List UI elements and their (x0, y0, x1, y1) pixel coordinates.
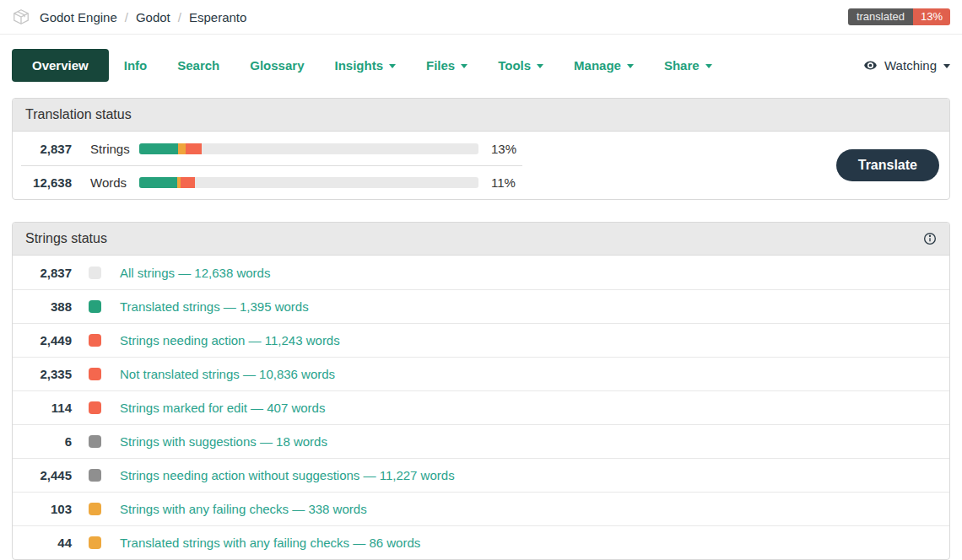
badge-value: 13% (913, 8, 950, 25)
nav-tab-files[interactable]: Files (411, 49, 483, 82)
string-count: 103 (21, 502, 72, 516)
strings-status-row: 2,837 All strings — 12,638 words (13, 256, 949, 289)
progress-segment (181, 177, 195, 188)
watching-dropdown[interactable]: Watching (863, 58, 950, 73)
string-count: 388 (21, 299, 72, 314)
strings-status-row: 44 Translated strings with any failing c… (13, 525, 949, 559)
chevron-down-icon (943, 64, 950, 68)
translation-status-row: 12,638 Words 11% (21, 165, 522, 199)
status-color-square (89, 469, 101, 482)
status-color-square (89, 503, 101, 515)
nav-tab-label: Overview (32, 58, 89, 73)
strings-filter-link[interactable]: Strings needing action — 11,243 words (120, 333, 340, 347)
nav-tab-overview[interactable]: Overview (12, 49, 109, 82)
strings-status-row: 2,449 Strings needing action — 11,243 wo… (13, 323, 949, 357)
status-color-square (89, 334, 101, 347)
status-color-square (89, 536, 101, 549)
strings-status-panel: Strings status 2,837 All strings — 12,63… (12, 222, 950, 560)
panel-title: Translation status (25, 107, 132, 122)
chevron-down-icon (705, 64, 712, 68)
translated-percent-badge: translated 13% (848, 8, 950, 25)
chevron-down-icon (537, 64, 543, 68)
strings-filter-link[interactable]: Not translated strings — 10,836 words (120, 367, 335, 381)
strings-status-rows: 2,837 All strings — 12,638 words 388 Tra… (13, 256, 949, 559)
nav-tab-label: Info (124, 58, 148, 73)
breadcrumb-bar: Godot Engine/Godot/Esperanto translated … (0, 0, 962, 35)
translation-status-body: 2,837 Strings 13% 12,638 Words 11% Trans… (13, 132, 949, 199)
watching-label: Watching (884, 58, 937, 73)
panel-title: Strings status (25, 231, 107, 246)
nav-tab-glossary[interactable]: Glossary (235, 49, 319, 82)
string-count: 2,335 (21, 367, 72, 381)
breadcrumb-separator: / (178, 10, 181, 24)
strings-status-header: Strings status (13, 223, 949, 256)
breadcrumb-separator: / (125, 10, 128, 24)
nav-tab-info[interactable]: Info (109, 49, 163, 82)
status-color-square (89, 435, 101, 448)
progress-segment (178, 143, 186, 154)
string-count: 6 (21, 434, 72, 449)
breadcrumb-link[interactable]: Godot (136, 10, 170, 24)
strings-status-row: 103 Strings with any failing checks — 33… (13, 492, 949, 525)
nav-tab-tools[interactable]: Tools (483, 49, 559, 82)
nav-tab-label: Glossary (250, 58, 304, 73)
status-color-square (89, 267, 101, 279)
chevron-down-icon (461, 64, 467, 68)
strings-filter-link[interactable]: All strings — 12,638 words (120, 266, 270, 280)
breadcrumb-link[interactable]: Esperanto (189, 10, 246, 24)
status-color-square (89, 368, 101, 380)
nav-tab-manage[interactable]: Manage (559, 49, 649, 82)
translation-status-rows: 2,837 Strings 13% 12,638 Words 11% (21, 132, 522, 199)
string-count: 2,837 (21, 266, 72, 280)
string-count: 12,638 (21, 175, 72, 190)
nav-tab-label: Files (426, 58, 455, 73)
nav-tab-label: Share (664, 58, 700, 73)
chevron-down-icon (389, 64, 396, 68)
nav-tab-label: Insights (334, 58, 383, 73)
percent-value: 11% (491, 175, 516, 190)
strings-status-row: 114 Strings marked for edit — 407 words (13, 390, 949, 424)
strings-status-row: 388 Translated strings — 1,395 words (13, 289, 949, 323)
info-icon[interactable] (923, 232, 937, 245)
progress-segment (139, 177, 177, 188)
breadcrumb: Godot Engine/Godot/Esperanto (40, 10, 246, 24)
nav-tab-insights[interactable]: Insights (319, 49, 411, 82)
string-count: 114 (21, 401, 72, 415)
progress-segment (139, 143, 178, 154)
nav-tab-share[interactable]: Share (649, 49, 727, 82)
translation-status-row: 2,837 Strings 13% (21, 132, 522, 165)
strings-filter-link[interactable]: Translated strings with any failing chec… (120, 536, 420, 550)
strings-filter-link[interactable]: Translated strings — 1,395 words (120, 299, 309, 314)
translation-status-header: Translation status (13, 99, 949, 132)
progress-bar[interactable] (139, 177, 478, 188)
translate-button[interactable]: Translate (836, 149, 939, 181)
strings-filter-link[interactable]: Strings with suggestions — 18 words (120, 434, 327, 449)
translation-status-panel: Translation status 2,837 Strings 13% 12,… (12, 98, 950, 200)
progress-bar[interactable] (139, 143, 478, 154)
strings-filter-link[interactable]: Strings with any failing checks — 338 wo… (120, 502, 367, 516)
progress-segment (186, 143, 201, 154)
string-count: 2,449 (21, 333, 72, 347)
strings-status-row: 6 Strings with suggestions — 18 words (13, 424, 949, 458)
percent-value: 13% (491, 142, 516, 156)
status-color-square (89, 401, 101, 414)
nav-tab-label: Manage (574, 58, 621, 73)
nav-tab-label: Search (177, 58, 219, 73)
nav-tabs-container: Overview Info Search Glossary Insights F… (12, 49, 727, 82)
string-count: 44 (21, 536, 72, 550)
string-count: 2,837 (21, 142, 72, 156)
strings-status-row: 2,445 Strings needing action without sug… (13, 458, 949, 492)
nav-tab-label: Tools (498, 58, 531, 73)
strings-filter-link[interactable]: Strings marked for edit — 407 words (120, 401, 325, 415)
row-label: Words (90, 175, 139, 190)
chevron-down-icon (627, 64, 634, 68)
eye-icon (863, 58, 878, 73)
strings-filter-link[interactable]: Strings needing action without suggestio… (120, 468, 455, 482)
breadcrumb-link[interactable]: Godot Engine (40, 10, 117, 24)
status-color-square (89, 300, 101, 313)
project-package-icon (12, 8, 30, 26)
row-label: Strings (90, 142, 139, 156)
string-count: 2,445 (21, 468, 72, 482)
main-nav: Overview Info Search Glossary Insights F… (0, 35, 962, 98)
nav-tab-search[interactable]: Search (162, 49, 235, 82)
